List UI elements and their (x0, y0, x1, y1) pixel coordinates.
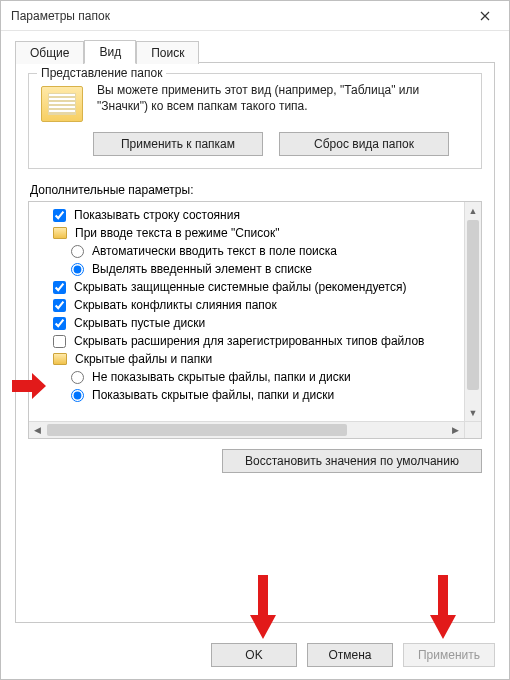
tree-row[interactable]: Скрывать защищенные системные файлы (рек… (35, 278, 477, 296)
restore-defaults-button[interactable]: Восстановить значения по умолчанию (222, 449, 482, 473)
scroll-corner (464, 421, 481, 438)
tree-item-label: Показывать скрытые файлы, папки и диски (92, 388, 334, 402)
tree-item-label: Скрывать расширения для зарегистрированн… (74, 334, 424, 348)
cancel-button[interactable]: Отмена (307, 643, 393, 667)
scroll-thumb-vertical[interactable] (467, 220, 479, 390)
tree-item-label: Выделять введенный элемент в списке (92, 262, 312, 276)
apply-to-folders-button[interactable]: Применить к папкам (93, 132, 263, 156)
tree-item-label: При вводе текста в режиме "Список" (75, 226, 280, 240)
scroll-down-icon[interactable]: ▼ (465, 404, 481, 421)
tree-row[interactable]: При вводе текста в режиме "Список" (35, 224, 477, 242)
tree-item-label: Не показывать скрытые файлы, папки и дис… (92, 370, 351, 384)
tree-checkbox[interactable] (53, 317, 66, 330)
folder-preview-icon (41, 86, 83, 122)
window-title: Параметры папок (11, 9, 110, 23)
close-button[interactable] (465, 2, 505, 30)
folder-icon (53, 227, 67, 239)
scroll-right-icon[interactable]: ▶ (447, 422, 464, 439)
tree-row[interactable]: Автоматически вводить текст в поле поиск… (35, 242, 477, 260)
tree-row[interactable]: Скрывать пустые диски (35, 314, 477, 332)
folder-views-label: Представление папок (37, 66, 166, 80)
tree-row[interactable]: Скрытые файлы и папки (35, 350, 477, 368)
tree-item-label: Скрывать конфликты слияния папок (74, 298, 277, 312)
tree-radio[interactable] (71, 389, 84, 402)
folder-views-text: Вы можете применить этот вид (например, … (97, 82, 471, 122)
content: Общие Вид Поиск Представление папок Вы м… (1, 31, 509, 633)
tree-row[interactable]: Не показывать скрытые файлы, папки и дис… (35, 368, 477, 386)
tree-radio[interactable] (71, 371, 84, 384)
tree-scrollbar-horizontal[interactable]: ◀ ▶ (29, 421, 464, 438)
close-icon (480, 11, 490, 21)
scroll-up-icon[interactable]: ▲ (465, 202, 481, 219)
tree-checkbox[interactable] (53, 299, 66, 312)
tree-row[interactable]: Показывать строку состояния (35, 206, 477, 224)
scroll-left-icon[interactable]: ◀ (29, 422, 46, 439)
tree-checkbox[interactable] (53, 209, 66, 222)
tab-strip: Общие Вид Поиск (15, 39, 495, 63)
folder-views-group: Представление папок Вы можете применить … (28, 73, 482, 169)
tree-item-label: Показывать строку состояния (74, 208, 240, 222)
tab-general[interactable]: Общие (15, 41, 84, 64)
tree-checkbox[interactable] (53, 281, 66, 294)
scroll-thumb-horizontal[interactable] (47, 424, 347, 436)
dialog-footer: OK Отмена Применить (1, 633, 509, 679)
tree-checkbox[interactable] (53, 335, 66, 348)
folder-options-window: Параметры папок Общие Вид Поиск Представ… (0, 0, 510, 680)
tree-item-label: Автоматически вводить текст в поле поиск… (92, 244, 337, 258)
tree-item-label: Скрывать защищенные системные файлы (рек… (74, 280, 406, 294)
tree-item-label: Скрывать пустые диски (74, 316, 205, 330)
tree-radio[interactable] (71, 263, 84, 276)
folder-icon (53, 353, 67, 365)
titlebar: Параметры папок (1, 1, 509, 31)
ok-button[interactable]: OK (211, 643, 297, 667)
tab-search[interactable]: Поиск (136, 41, 199, 64)
tree-row[interactable]: Показывать скрытые файлы, папки и диски (35, 386, 477, 404)
reset-folders-button[interactable]: Сброс вида папок (279, 132, 449, 156)
tree-item-label: Скрытые файлы и папки (75, 352, 212, 366)
tab-panel-view: Представление папок Вы можете применить … (15, 62, 495, 623)
advanced-label: Дополнительные параметры: (30, 183, 482, 197)
apply-button[interactable]: Применить (403, 643, 495, 667)
tab-view[interactable]: Вид (84, 40, 136, 64)
tree-scrollbar-vertical[interactable]: ▲ ▼ (464, 202, 481, 421)
advanced-tree[interactable]: Показывать строку состоянияПри вводе тек… (28, 201, 482, 439)
tree-row[interactable]: Скрывать конфликты слияния папок (35, 296, 477, 314)
tree-row[interactable]: Выделять введенный элемент в списке (35, 260, 477, 278)
tree-radio[interactable] (71, 245, 84, 258)
tree-row[interactable]: Скрывать расширения для зарегистрированн… (35, 332, 477, 350)
